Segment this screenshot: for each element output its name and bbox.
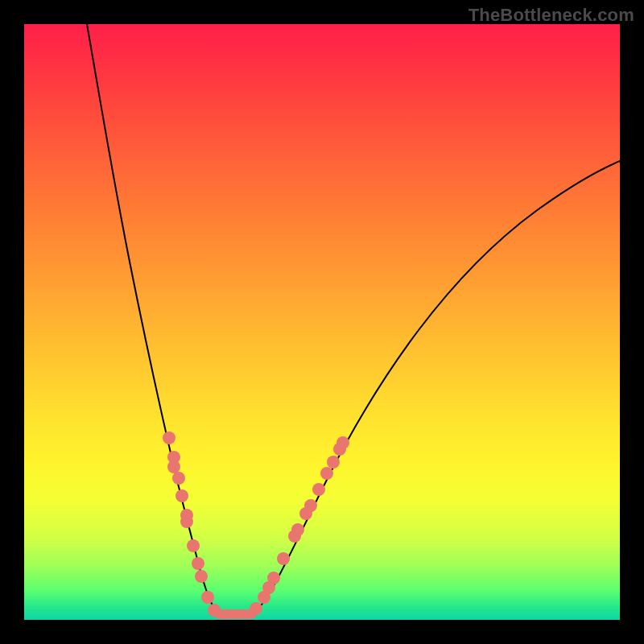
data-dot	[180, 515, 193, 528]
data-dot	[291, 523, 304, 536]
data-dot	[187, 539, 200, 552]
data-dot	[327, 456, 340, 469]
data-dot	[167, 460, 180, 473]
data-dot	[195, 570, 208, 583]
plot-area	[24, 24, 620, 620]
watermark-text: TheBottleneck.com	[469, 5, 634, 26]
data-dot	[175, 489, 188, 502]
data-dot	[192, 557, 204, 570]
dots-left-group	[163, 431, 221, 617]
curve-left-branch	[87, 24, 222, 616]
data-dot	[277, 552, 290, 565]
data-dot	[267, 572, 280, 584]
data-dot	[172, 472, 185, 485]
data-dot	[320, 467, 333, 480]
data-dot	[201, 591, 214, 604]
chart-svg	[24, 24, 620, 620]
data-dot	[336, 436, 349, 449]
chart-frame: TheBottleneck.com	[0, 0, 644, 644]
data-dot	[163, 431, 175, 444]
dots-right-group	[250, 436, 349, 615]
data-dot	[312, 483, 325, 496]
data-dot	[208, 604, 221, 617]
data-dot	[250, 602, 262, 615]
curve-right-branch	[250, 161, 620, 616]
data-dot	[304, 499, 317, 512]
